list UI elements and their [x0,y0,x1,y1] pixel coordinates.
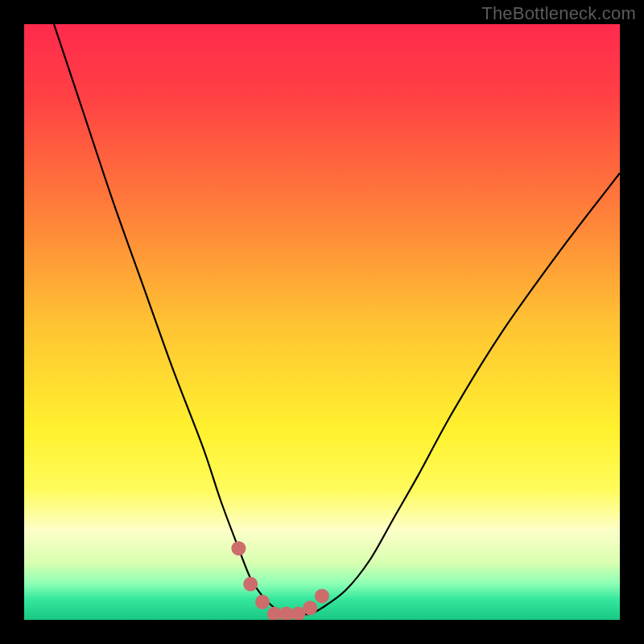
marker-group [231,541,329,620]
watermark-text: TheBottleneck.com [481,3,636,24]
curve-layer [24,24,620,620]
marker-point [231,541,246,555]
outer-frame: TheBottleneck.com [0,0,644,644]
marker-point [243,577,258,592]
plot-area [24,24,620,620]
marker-point [315,588,329,603]
marker-point [255,595,270,609]
bottleneck-curve [54,24,620,614]
marker-point [303,601,317,615]
